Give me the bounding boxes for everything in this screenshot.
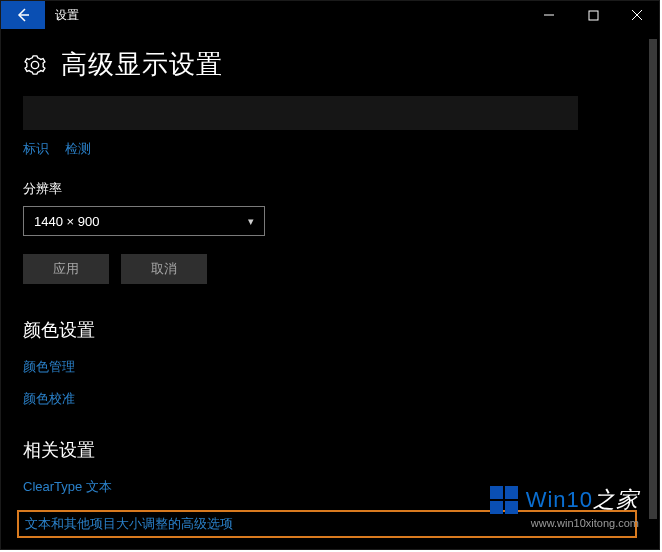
minimize-icon xyxy=(543,9,555,21)
close-button[interactable] xyxy=(615,1,659,29)
settings-window: 设置 高级显示设置 标识 检测 分辨率 1440 × 900 ▾ xyxy=(0,0,660,550)
svg-rect-0 xyxy=(589,11,598,20)
watermark-brand: Win10之家 xyxy=(490,485,639,515)
content-area: 高级显示设置 标识 检测 分辨率 1440 × 900 ▾ 应用 取消 颜色设置… xyxy=(1,29,659,549)
brand-text: Win10之家 xyxy=(526,485,639,515)
maximize-button[interactable] xyxy=(571,1,615,29)
titlebar-spacer xyxy=(89,1,527,29)
resolution-select[interactable]: 1440 × 900 ▾ xyxy=(23,206,265,236)
related-section-title: 相关设置 xyxy=(23,438,637,462)
watermark: Win10之家 www.win10xitong.com xyxy=(490,485,639,529)
display-actions: 标识 检测 xyxy=(23,140,637,158)
identify-link[interactable]: 标识 xyxy=(23,140,49,158)
color-calibration-link[interactable]: 颜色校准 xyxy=(23,390,637,408)
resolution-label: 分辨率 xyxy=(23,180,637,198)
window-title: 设置 xyxy=(45,1,89,29)
close-icon xyxy=(631,9,643,21)
color-links: 颜色管理 颜色校准 xyxy=(23,358,637,408)
resolution-value: 1440 × 900 xyxy=(34,214,99,229)
chevron-down-icon: ▾ xyxy=(248,215,254,228)
windows-logo-icon xyxy=(490,486,518,514)
arrow-left-icon xyxy=(15,7,31,23)
minimize-button[interactable] xyxy=(527,1,571,29)
color-section-title: 颜色设置 xyxy=(23,318,637,342)
detect-link[interactable]: 检测 xyxy=(65,140,91,158)
scrollbar-thumb[interactable] xyxy=(649,39,657,519)
titlebar: 设置 xyxy=(1,1,659,29)
page-title: 高级显示设置 xyxy=(61,47,223,82)
action-buttons: 应用 取消 xyxy=(23,254,637,284)
brand-url: www.win10xitong.com xyxy=(490,517,639,529)
page-header: 高级显示设置 xyxy=(23,47,637,82)
back-button[interactable] xyxy=(1,1,45,29)
gear-icon xyxy=(23,53,47,77)
maximize-icon xyxy=(588,10,599,21)
cancel-button[interactable]: 取消 xyxy=(121,254,207,284)
vertical-scrollbar[interactable] xyxy=(649,29,657,543)
display-preview[interactable] xyxy=(23,96,578,130)
color-management-link[interactable]: 颜色管理 xyxy=(23,358,637,376)
apply-button[interactable]: 应用 xyxy=(23,254,109,284)
